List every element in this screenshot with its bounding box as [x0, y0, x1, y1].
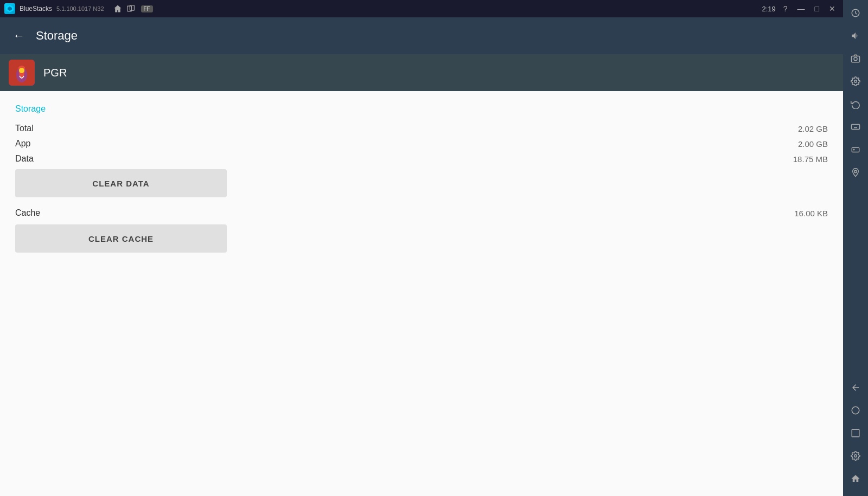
content-area: Storage Total 2.02 GB App 2.00 GB Data 1… — [0, 91, 843, 496]
app-tag: FF — [141, 5, 153, 12]
help-button[interactable]: ? — [780, 3, 791, 14]
clear-data-button[interactable]: CLEAR DATA — [15, 169, 227, 197]
cache-value: 16.00 KB — [794, 209, 828, 218]
sidebar-icon-keyboard[interactable] — [845, 116, 866, 138]
data-label: Data — [15, 154, 34, 164]
sidebar-icon-home-bottom[interactable] — [845, 468, 866, 489]
svg-point-12 — [854, 170, 857, 173]
sidebar-icon-back[interactable] — [845, 377, 866, 398]
svg-point-10 — [854, 80, 857, 83]
total-label: Total — [15, 124, 34, 133]
app-label: App — [15, 139, 30, 149]
close-button[interactable]: ✕ — [826, 3, 839, 14]
sidebar-icon-refresh[interactable] — [845, 2, 866, 24]
section-title: Storage — [15, 104, 828, 114]
total-value: 2.02 GB — [798, 124, 828, 133]
nav-icons — [112, 3, 137, 15]
title-bar: BlueStacks 5.1.100.1017 N32 FF 2:19 ? — … — [0, 0, 843, 17]
bluestacks-title: BlueStacks — [20, 5, 52, 12]
svg-rect-14 — [852, 429, 859, 437]
sidebar-icon-rotate[interactable] — [845, 93, 866, 115]
restore-button[interactable]: □ — [812, 3, 822, 14]
app-row: App 2.00 GB — [15, 139, 828, 149]
svg-point-15 — [854, 455, 857, 458]
sidebar-icon-camera[interactable] — [845, 48, 866, 69]
bluestacks-logo — [4, 3, 15, 14]
multi-instance-icon[interactable] — [125, 3, 137, 15]
cache-row: Cache 16.00 KB — [15, 208, 828, 218]
svg-point-9 — [854, 57, 857, 61]
app-info-bar: PGR — [0, 54, 843, 91]
data-value: 18.75 MB — [793, 154, 828, 164]
sidebar-icon-location[interactable] — [845, 162, 866, 183]
sidebar-icon-volume[interactable] — [845, 25, 866, 47]
minimize-button[interactable]: — — [794, 3, 808, 14]
right-sidebar — [843, 0, 868, 496]
home-icon[interactable] — [112, 3, 124, 15]
sidebar-icon-settings[interactable] — [845, 70, 866, 92]
window-controls: ? — □ ✕ — [780, 3, 839, 14]
svg-rect-11 — [852, 125, 860, 130]
app-name: PGR — [43, 67, 67, 79]
page-title: Storage — [36, 29, 78, 43]
app-value: 2.00 GB — [798, 139, 828, 149]
svg-point-13 — [852, 407, 859, 414]
app-icon — [9, 60, 35, 86]
back-button[interactable]: ← — [9, 27, 29, 45]
main-area: BlueStacks 5.1.100.1017 N32 FF 2:19 ? — … — [0, 0, 843, 496]
svg-point-6 — [19, 68, 24, 73]
sidebar-bottom — [845, 377, 866, 494]
sidebar-icon-circle[interactable] — [845, 400, 866, 421]
cache-label: Cache — [15, 208, 40, 218]
app-header: ← Storage — [0, 17, 843, 54]
sidebar-icon-square[interactable] — [845, 422, 866, 444]
sidebar-icon-gamepad[interactable] — [845, 139, 866, 160]
clear-cache-button[interactable]: CLEAR CACHE — [15, 224, 227, 253]
total-row: Total 2.02 GB — [15, 124, 828, 133]
version-label: 5.1.100.1017 N32 — [56, 5, 104, 12]
data-row: Data 18.75 MB — [15, 154, 828, 164]
time-display: 2:19 — [762, 5, 775, 13]
sidebar-icon-gear-bottom[interactable] — [845, 445, 866, 467]
